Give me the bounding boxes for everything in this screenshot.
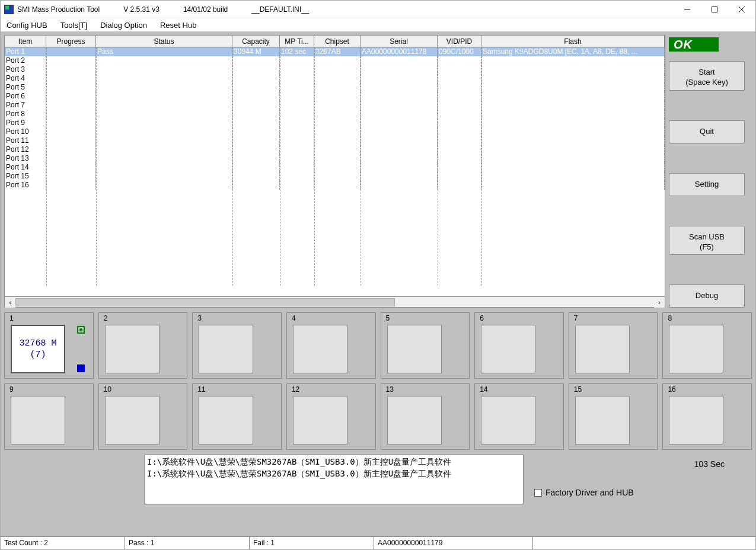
- status-indicator-blue-icon: [77, 364, 85, 372]
- col-progress[interactable]: Progress: [46, 36, 96, 47]
- table-row[interactable]: Port 1 Pass 30944 M 102 sec 3267AB AA000…: [5, 47, 665, 56]
- slot-button[interactable]: [199, 396, 253, 445]
- log-box[interactable]: I:\系统软件\U盘\慧荣\慧荣SM3267AB（SMI_USB3.0）新主控U…: [144, 455, 524, 504]
- app-window: SMI Mass Production Tool V 2.5.31 v3 14/…: [0, 0, 756, 550]
- slot-frame: 8: [662, 312, 752, 379]
- slot-sub: (7): [30, 349, 46, 361]
- grid-scrollbar[interactable]: ‹ ›: [5, 296, 665, 307]
- slot-frame: 11: [192, 383, 282, 450]
- app-icon: [4, 5, 14, 14]
- table-row[interactable]: Port 7: [5, 101, 665, 110]
- slot-button[interactable]: [575, 396, 630, 445]
- slot-button[interactable]: [11, 396, 65, 445]
- status-pass: Pass : 1: [125, 537, 250, 549]
- slot-number: 6: [480, 314, 484, 322]
- slot-number: 14: [480, 385, 487, 394]
- slot-frame: 9: [4, 383, 94, 450]
- table-row[interactable]: Port 6: [5, 92, 665, 101]
- table-row[interactable]: Port 14: [5, 163, 665, 172]
- slot-button[interactable]: [293, 325, 347, 373]
- slot-number: 3: [197, 314, 202, 322]
- table-row[interactable]: Port 10: [5, 127, 665, 136]
- close-icon: [739, 7, 745, 12]
- debug-button[interactable]: Debug: [669, 284, 745, 308]
- app-version: V 2.5.31 v3: [123, 5, 160, 14]
- slot-button[interactable]: 32768 M(7): [11, 325, 65, 373]
- slot-frame: 132768 M(7): [4, 312, 94, 379]
- table-row[interactable]: Port 2: [5, 56, 665, 65]
- menu-reset-hub[interactable]: Reset Hub: [158, 20, 199, 31]
- slot-button[interactable]: [199, 325, 253, 373]
- slot-number: 2: [104, 314, 108, 322]
- cell-item: Port 13: [5, 154, 46, 163]
- slot-button[interactable]: [387, 396, 442, 445]
- col-serial[interactable]: Serial: [361, 36, 438, 47]
- table-row[interactable]: Port 12: [5, 145, 665, 154]
- table-row[interactable]: Port 5: [5, 83, 665, 92]
- menu-dialog-option[interactable]: Dialog Option: [98, 20, 149, 31]
- slot-button[interactable]: [669, 396, 723, 445]
- slot-button[interactable]: [293, 396, 347, 445]
- close-button[interactable]: [728, 1, 755, 18]
- table-row[interactable]: Port 9: [5, 119, 665, 127]
- slot-button[interactable]: [481, 396, 535, 445]
- factory-driver-checkbox[interactable]: Factory Driver and HUB: [534, 488, 634, 497]
- scroll-thumb[interactable]: [15, 298, 395, 306]
- cell-progress: [46, 119, 96, 127]
- quit-button[interactable]: Quit: [669, 120, 745, 143]
- slot-number: 16: [668, 385, 675, 394]
- menubar: Config HUB Tools[T] Dialog Option Reset …: [1, 18, 755, 31]
- start-label-2: (Space Key): [672, 78, 742, 88]
- table-row[interactable]: Port 16: [5, 181, 665, 190]
- scroll-right-icon[interactable]: ›: [654, 297, 665, 308]
- slot-button[interactable]: [575, 325, 630, 373]
- start-button[interactable]: Start (Space Key): [669, 61, 745, 91]
- cell-item: Port 7: [5, 101, 46, 110]
- table-row[interactable]: Port 11: [5, 136, 665, 145]
- scan-usb-button[interactable]: Scan USB (F5): [669, 226, 745, 255]
- cell-item: Port 14: [5, 163, 46, 172]
- maximize-button[interactable]: [701, 1, 728, 18]
- checkbox-icon[interactable]: [534, 489, 542, 497]
- scroll-left-icon[interactable]: ‹: [5, 297, 15, 308]
- cell-progress: [46, 47, 96, 56]
- table-row[interactable]: Port 13: [5, 154, 665, 163]
- menu-tools[interactable]: Tools[T]: [58, 20, 90, 31]
- cell-progress: [46, 163, 96, 172]
- col-capacity[interactable]: Capacity: [232, 36, 280, 47]
- col-item[interactable]: Item: [5, 36, 46, 47]
- table-row[interactable]: Port 3: [5, 65, 665, 74]
- slot-frame: 3: [192, 312, 282, 379]
- window-controls: [674, 1, 755, 18]
- col-chipset[interactable]: Chipset: [314, 36, 361, 47]
- cell-progress: [46, 154, 96, 163]
- slot-button[interactable]: [669, 325, 723, 373]
- factory-driver-label: Factory Driver and HUB: [546, 488, 634, 497]
- table-row[interactable]: Port 8: [5, 110, 665, 119]
- minimize-button[interactable]: [674, 1, 701, 18]
- slot-button[interactable]: [387, 325, 442, 373]
- slot-frame: 2: [98, 312, 188, 379]
- cell-item: Port 8: [5, 110, 46, 119]
- slot-capacity: 32768 M: [19, 338, 56, 350]
- slot-number: 11: [197, 385, 205, 394]
- slot-button[interactable]: [481, 325, 535, 373]
- cell-item: Port 3: [5, 65, 46, 74]
- cell-mptime: 102 sec: [280, 47, 314, 56]
- table-row[interactable]: Port 15: [5, 172, 665, 181]
- table-row[interactable]: Port 4: [5, 74, 665, 83]
- app-title: SMI Mass Production Tool: [17, 5, 100, 14]
- cell-progress: [46, 101, 96, 110]
- slot-frame: 5: [381, 312, 470, 379]
- status-indicator-green-icon: [77, 326, 85, 334]
- slot-button[interactable]: [105, 325, 160, 373]
- col-status[interactable]: Status: [96, 36, 232, 47]
- col-vidpid[interactable]: VID/PID: [438, 36, 481, 47]
- slot-button[interactable]: [105, 396, 160, 445]
- slot-frame: 4: [286, 312, 376, 379]
- menu-config-hub[interactable]: Config HUB: [4, 20, 50, 31]
- setting-button[interactable]: Setting: [669, 173, 745, 196]
- col-mptime[interactable]: MP Ti...: [280, 36, 314, 47]
- col-flash[interactable]: Flash: [481, 36, 665, 47]
- cell-item: Port 1: [5, 47, 46, 56]
